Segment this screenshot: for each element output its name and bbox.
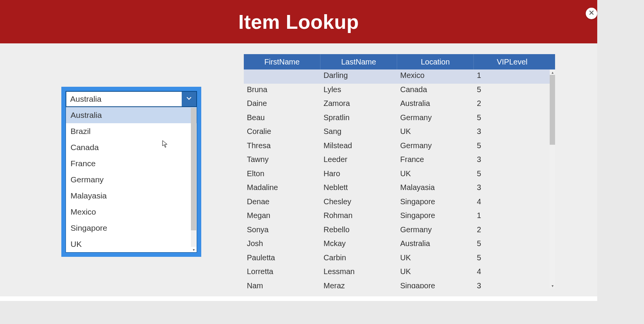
table-cell: Chesley: [320, 196, 397, 210]
location-dropdown-list: AustraliaBrazilCanadaFranceGermanyMalaya…: [66, 107, 197, 253]
table-row[interactable]: JoshMckayAustralia5: [244, 238, 555, 252]
table-cell: Lyles: [320, 84, 397, 98]
table-cell: 4: [474, 266, 550, 280]
table-cell: UK: [397, 168, 474, 182]
scroll-up-icon[interactable]: ▴: [550, 69, 555, 75]
table-cell: Milstead: [320, 140, 397, 154]
dropdown-scrollbar[interactable]: [191, 108, 196, 247]
table-cell: 1: [474, 69, 550, 84]
table-cell: Darling: [320, 69, 397, 84]
close-button[interactable]: [586, 8, 597, 19]
location-combobox-toggle[interactable]: [182, 92, 196, 106]
table-cell: Pauletta: [244, 252, 320, 266]
dropdown-option[interactable]: Germany: [66, 172, 197, 188]
table-row[interactable]: NamMerazSingapore3: [244, 280, 555, 289]
table-cell: 5: [474, 252, 550, 266]
table-cell: Germany: [397, 140, 474, 154]
table-cell: Nam: [244, 280, 320, 289]
table-row[interactable]: CoralieSangUK3: [244, 126, 555, 140]
table-body: DarlingMexico1BrunaLylesCanada5DaineZamo…: [244, 69, 555, 288]
table-cell: 5: [474, 140, 550, 154]
table-cell: Tawny: [244, 154, 320, 168]
dropdown-option[interactable]: UK: [66, 236, 197, 252]
dropdown-scrollbar-thumb[interactable]: [191, 108, 196, 230]
dropdown-option[interactable]: Brazil: [66, 123, 197, 139]
table-cell: Spratlin: [320, 112, 397, 126]
table-cell: Thresa: [244, 140, 320, 154]
table-row[interactable]: DaineZamoraAustralia2: [244, 98, 555, 112]
column-header[interactable]: LastName: [320, 54, 397, 69]
table-row[interactable]: BrunaLylesCanada5: [244, 84, 555, 98]
table-row[interactable]: DarlingMexico1: [244, 69, 555, 84]
dropdown-option[interactable]: Mexico: [66, 204, 197, 220]
table-row[interactable]: MeganRohmanSingapore1: [244, 210, 555, 224]
table-scrollbar-thumb[interactable]: [550, 75, 555, 145]
table-cell: 5: [474, 168, 550, 182]
table-cell: Singapore: [397, 280, 474, 289]
column-header[interactable]: Location: [397, 54, 474, 69]
table-cell: Zamora: [320, 98, 397, 112]
table-cell: 5: [474, 112, 550, 126]
table-cell: Rebello: [320, 224, 397, 238]
location-combobox-value[interactable]: Australia: [66, 92, 182, 106]
table-scrollbar[interactable]: ▴ ▾: [550, 69, 555, 288]
table-cell: Lorretta: [244, 266, 320, 280]
dropdown-option[interactable]: Singapore: [66, 220, 197, 236]
table-cell: Madaline: [244, 182, 320, 196]
table-cell: 3: [474, 280, 550, 289]
table-row[interactable]: PaulettaCarbinUK5: [244, 252, 555, 266]
table-header-row: FirstNameLastNameLocationVIPLevel: [244, 54, 555, 69]
table-row[interactable]: MadalineNeblettMalayasia3: [244, 182, 555, 196]
table-cell: Neblett: [320, 182, 397, 196]
table-cell: Lessman: [320, 266, 397, 280]
table-cell: Singapore: [397, 210, 474, 224]
table-cell: UK: [397, 252, 474, 266]
table-row[interactable]: ThresaMilsteadGermany5: [244, 140, 555, 154]
table-cell: Haro: [320, 168, 397, 182]
table-cell: Singapore: [397, 196, 474, 210]
table-cell: 2: [474, 98, 550, 112]
table-cell: Sonya: [244, 224, 320, 238]
table-row[interactable]: TawnyLeederFrance3: [244, 154, 555, 168]
table-cell: Daine: [244, 98, 320, 112]
table-cell: Elton: [244, 168, 320, 182]
table-cell: France: [397, 154, 474, 168]
dropdown-option[interactable]: France: [66, 155, 197, 172]
table-cell: 4: [474, 196, 550, 210]
table-cell: UK: [397, 266, 474, 280]
table-cell: Germany: [397, 224, 474, 238]
location-combobox[interactable]: Australia: [66, 91, 197, 107]
dropdown-option[interactable]: Malayasia: [66, 188, 197, 204]
table-cell: Sang: [320, 126, 397, 140]
table-cell: 3: [474, 182, 550, 196]
report-canvas: Item Lookup Australia AustraliaBrazilCan…: [0, 0, 597, 301]
table-cell: 3: [474, 126, 550, 140]
table-cell: Bruna: [244, 84, 320, 98]
table-row[interactable]: BeauSpratlinGermany5: [244, 112, 555, 126]
table-cell: Leeder: [320, 154, 397, 168]
table-cell: Mckay: [320, 238, 397, 252]
table-cell: 2: [474, 224, 550, 238]
table-cell: 5: [474, 238, 550, 252]
table-cell: Australia: [397, 238, 474, 252]
header-banner: Item Lookup: [0, 0, 597, 43]
table-cell: [244, 69, 320, 84]
dropdown-option[interactable]: Canada: [66, 139, 197, 155]
scroll-down-icon[interactable]: ▾: [550, 283, 555, 288]
table-row[interactable]: DenaeChesleySingapore4: [244, 196, 555, 210]
table-cell: Carbin: [320, 252, 397, 266]
table-cell: 5: [474, 84, 550, 98]
dropdown-scroll-down-icon[interactable]: ▾: [191, 247, 196, 252]
table-row[interactable]: LorrettaLessmanUK4: [244, 266, 555, 280]
table-row[interactable]: SonyaRebelloGermany2: [244, 224, 555, 238]
table-row[interactable]: EltonHaroUK5: [244, 168, 555, 182]
location-slicer: Australia AustraliaBrazilCanadaFranceGer…: [61, 87, 201, 257]
table-cell: Megan: [244, 210, 320, 224]
table-cell: Coralie: [244, 126, 320, 140]
dropdown-option[interactable]: Australia: [66, 107, 197, 123]
table-cell: Denae: [244, 196, 320, 210]
column-header[interactable]: FirstName: [244, 54, 320, 69]
table-cell: Beau: [244, 112, 320, 126]
column-header[interactable]: VIPLevel: [474, 54, 550, 69]
table-cell: 1: [474, 210, 550, 224]
